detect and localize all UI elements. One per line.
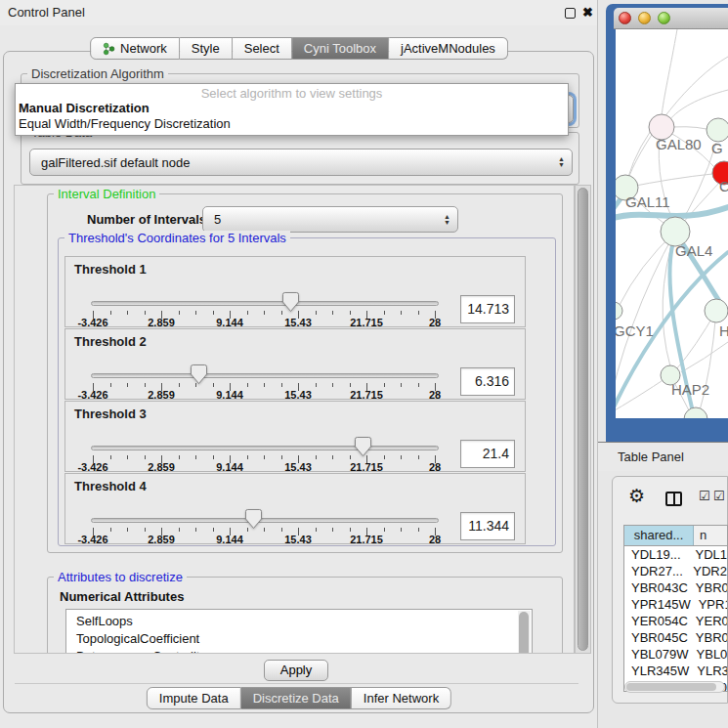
slider-tick (145, 311, 146, 315)
slider-thumb[interactable] (191, 364, 207, 384)
vertical-scrollbar[interactable] (575, 185, 591, 654)
slider-tick (127, 383, 128, 387)
threshold-value-field[interactable]: 14.713 (460, 295, 515, 323)
tab-infer-network[interactable]: Infer Network (352, 687, 451, 709)
threshold-value-field[interactable]: 11.344 (460, 512, 515, 540)
split-columns-icon[interactable] (665, 492, 682, 506)
attributes-group: Attributes to discretize Numerical Attri… (47, 577, 563, 654)
float-window-icon[interactable] (565, 8, 576, 19)
slider-tick (110, 311, 111, 315)
slider-tick (179, 455, 180, 459)
slider-tick (332, 455, 333, 459)
minimize-traffic-light-icon[interactable] (638, 12, 651, 24)
control-panel: Control Panel ✖ NetworkStyleSelectCyni T… (0, 0, 598, 728)
slider-tick (418, 383, 419, 387)
tab-select[interactable]: Select (233, 37, 292, 60)
slider-tick (110, 528, 111, 532)
attribute-item[interactable]: BetweennessCentrality (66, 648, 532, 654)
algorithm-option-manual[interactable]: Manual Discretization (16, 100, 568, 115)
tab-network[interactable]: Network (90, 37, 180, 60)
threshold-value-field[interactable]: 6.316 (460, 367, 515, 396)
table-row[interactable]: YER054CYER0 (624, 613, 727, 629)
attribute-item[interactable]: TopologicalCoefficient (66, 630, 532, 648)
slider-tick (316, 455, 317, 459)
gear-icon[interactable]: ⚙ (628, 485, 645, 507)
slider-tick-label: 9.144 (216, 317, 243, 328)
slider-tick-label: 9.144 (216, 534, 243, 545)
slider-tick (127, 455, 128, 459)
table-row[interactable]: YBR045CYBR0 (624, 629, 727, 646)
slider-tick (195, 455, 196, 459)
slider-tick (264, 455, 265, 459)
slider-tick (145, 528, 146, 532)
checkbox-icon[interactable]: ☑ (699, 489, 710, 503)
slider-thumb[interactable] (245, 509, 262, 529)
attribute-item[interactable]: SelfLoops (66, 613, 532, 630)
table-row[interactable]: YPR145WYPR1 (624, 596, 727, 613)
table-row[interactable]: YBL079WYBL0 (624, 646, 727, 663)
table-row[interactable]: YDR27...YDR2 (624, 563, 727, 579)
threshold-row: Threshold 4 -3.4262.8599.14415.4321.7152… (64, 473, 526, 544)
tab-discretize-data[interactable]: Discretize Data (241, 687, 352, 709)
network-window-titlebar[interactable] (614, 8, 728, 29)
top-right-node[interactable] (707, 118, 728, 142)
number-of-intervals-combobox[interactable]: 5 ▲▼ (202, 206, 458, 233)
tab-impute-data[interactable]: Impute Data (147, 687, 241, 709)
column-header-shared-name[interactable]: shared... (624, 526, 694, 545)
slider-tick (384, 383, 385, 387)
horizontal-scrollbar[interactable] (624, 681, 725, 693)
slider-track[interactable] (91, 518, 439, 523)
network-icon (103, 42, 115, 56)
node-label: H (719, 322, 728, 339)
table-panel: ⚙ ☑ ☑ shared...n YDL19...YDL1YDR27...YDR… (612, 476, 728, 704)
slider-tick (264, 311, 265, 315)
gcy1-node[interactable] (616, 302, 622, 320)
network-graph[interactable]: GAL80GCGAL11GAL4GCY1HHAP2 (616, 29, 728, 418)
close-icon[interactable]: ✖ (582, 4, 593, 21)
slider-tick (418, 455, 419, 459)
table-row[interactable]: YDL19...YDL1 (624, 546, 727, 563)
slider-tick (316, 311, 317, 315)
slider-track[interactable] (91, 301, 439, 306)
bottom-tab-bar: Impute DataDiscretize DataInfer Network (147, 687, 451, 709)
close-traffic-light-icon[interactable] (619, 12, 631, 24)
numerical-attributes-list[interactable]: SelfLoopsTopologicalCoefficientBetweenne… (65, 609, 533, 654)
checkbox-icon[interactable]: ☑ (713, 489, 725, 503)
column-header-name[interactable]: n (694, 526, 727, 545)
algorithm-placeholder: Select algorithm to view settings (16, 84, 568, 100)
zoom-traffic-light-icon[interactable] (658, 12, 670, 24)
threshold-label: Threshold 1 (74, 262, 147, 277)
table-data-group: Table Data galFiltered.sif default node … (21, 132, 579, 185)
slider-track[interactable] (91, 373, 439, 378)
slider-tick (332, 311, 333, 315)
threshold-label: Threshold 4 (74, 479, 147, 493)
table-data-combobox[interactable]: galFiltered.sif default node ▲▼ (29, 149, 573, 176)
threshold-label: Threshold 3 (74, 407, 147, 421)
slider-tick-label: -3.426 (77, 534, 107, 545)
slider-tick-label: 9.144 (216, 389, 243, 401)
slider-thumb[interactable] (355, 437, 371, 456)
slider-thumb[interactable] (282, 292, 299, 312)
algorithm-dropdown-popup: Select algorithm to view settings Manual… (15, 83, 569, 136)
tab-style[interactable]: Style (180, 37, 233, 60)
bottom-node[interactable] (684, 407, 707, 418)
slider-track[interactable] (91, 446, 439, 450)
tab-cyni-toolbox[interactable]: Cyni Toolbox (292, 37, 389, 60)
list-scrollbar[interactable] (518, 611, 531, 654)
slider-tick (332, 528, 333, 532)
table-row[interactable]: YLR345WYLR3 (624, 663, 727, 679)
threshold-row: Threshold 1 -3.4262.8599.14415.4321.7152… (64, 256, 526, 327)
network-view-window: GAL80GCGAL11GAL4GCY1HHAP2 (606, 4, 728, 442)
h-node[interactable] (705, 299, 728, 322)
threshold-value-field[interactable]: 21.4 (460, 440, 515, 468)
algorithm-option-equal-width[interactable]: Equal Width/Frequency Discretization (16, 115, 568, 131)
table-row[interactable]: YBR043CYBR0 (624, 579, 727, 596)
slider-tick (195, 383, 196, 387)
network-canvas[interactable]: GAL80GCGAL11GAL4GCY1HHAP2 (616, 29, 728, 418)
panel-divider[interactable] (597, 0, 598, 728)
tab-jactivemnodules[interactable]: jActiveMNodules (389, 37, 508, 60)
slider-tick (264, 383, 265, 387)
slider-tick (264, 528, 265, 532)
apply-button[interactable]: Apply (264, 660, 328, 681)
node-label: GAL80 (656, 136, 702, 152)
